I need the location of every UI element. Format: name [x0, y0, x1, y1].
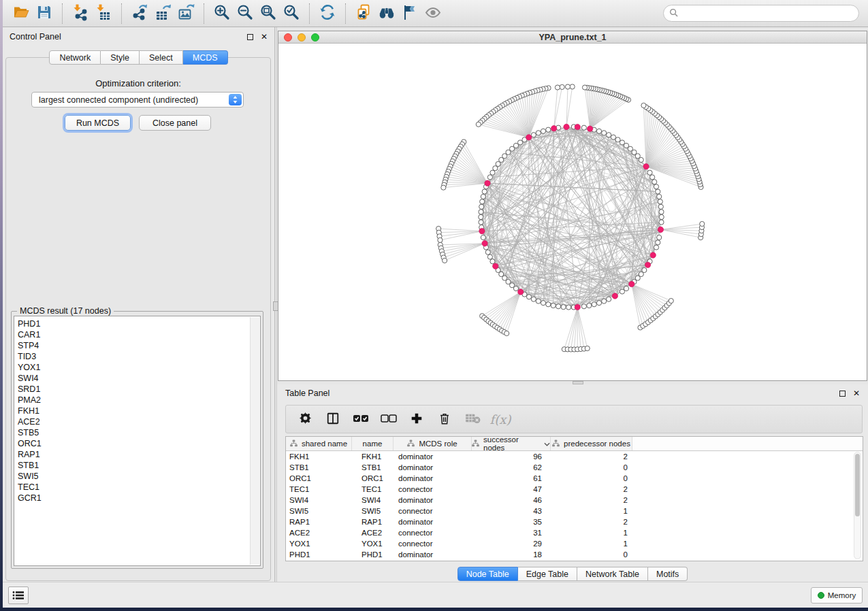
select-stepper-icon	[229, 94, 242, 105]
column-header-name[interactable]: name	[352, 437, 393, 450]
run-mcds-button[interactable]: Run MCDS	[65, 115, 131, 131]
zoom-selected-button[interactable]	[280, 3, 303, 24]
result-node[interactable]: ORC1	[18, 438, 248, 449]
result-node[interactable]: STP4	[18, 340, 248, 351]
cell: 2	[551, 518, 632, 526]
column-label: name	[363, 440, 383, 448]
open-file-button[interactable]	[10, 3, 33, 24]
result-node[interactable]: PHD1	[18, 318, 248, 329]
list-icon	[12, 591, 25, 600]
delete-column-button[interactable]	[436, 411, 453, 427]
result-node[interactable]: CAR1	[18, 329, 248, 340]
export-image-button[interactable]	[174, 3, 197, 24]
export-network-button[interactable]	[128, 3, 151, 24]
tab-edge-table[interactable]: Edge Table	[518, 567, 577, 581]
table-row[interactable]: YOX1YOX1connector291	[286, 538, 863, 549]
column-label: successor nodes	[483, 436, 541, 452]
result-node[interactable]: SWI4	[18, 373, 248, 384]
table-row[interactable]: STB1STB1dominator620	[286, 462, 863, 473]
maximize-window-icon[interactable]	[311, 33, 319, 42]
result-scrollbar[interactable]	[250, 317, 259, 565]
float-panel-icon[interactable]	[839, 391, 846, 397]
result-node[interactable]: RAP1	[18, 449, 248, 460]
main-toolbar	[3, 0, 868, 27]
cell: 0	[551, 463, 632, 472]
column-header-successor-nodes[interactable]: successor nodes	[472, 437, 551, 450]
result-node[interactable]: SRD1	[18, 384, 248, 395]
network-graph[interactable]	[278, 44, 867, 380]
attribute-icon	[472, 440, 479, 448]
table-row[interactable]: RAP1RAP1dominator352	[286, 516, 863, 527]
minimize-window-icon[interactable]	[298, 33, 306, 42]
tab-select[interactable]: Select	[140, 50, 183, 65]
refresh-button[interactable]	[316, 3, 339, 24]
scrollbar-thumb[interactable]	[855, 454, 860, 516]
export-table-button[interactable]	[151, 3, 174, 24]
column-header-shared-name[interactable]: shared name	[286, 437, 352, 450]
network-canvas[interactable]	[278, 44, 867, 380]
search-network-button[interactable]	[375, 3, 398, 24]
select-all-button[interactable]	[353, 411, 369, 427]
column-layout-button[interactable]	[325, 411, 341, 427]
network-titlebar[interactable]: YPA_prune.txt_1	[278, 31, 867, 44]
tab-network[interactable]: Network	[49, 50, 101, 65]
save-session-button[interactable]	[33, 3, 56, 24]
result-node[interactable]: PMA2	[18, 395, 248, 406]
table-row[interactable]: ACE2ACE2connector311	[286, 527, 863, 538]
tab-motifs[interactable]: Motifs	[648, 567, 688, 581]
result-node[interactable]: GCR1	[18, 493, 248, 503]
tab-network-table[interactable]: Network Table	[577, 567, 648, 581]
deselect-all-button[interactable]	[381, 411, 397, 427]
result-node[interactable]: FKH1	[18, 406, 248, 416]
result-node[interactable]: STB1	[18, 460, 248, 471]
status-bar: Memory	[3, 582, 868, 608]
task-history-button[interactable]	[8, 587, 29, 604]
result-node[interactable]: SWI5	[18, 471, 248, 482]
import-network-button[interactable]	[69, 3, 92, 24]
close-window-icon[interactable]	[284, 33, 292, 42]
select-all-icon	[353, 414, 369, 425]
add-column-button[interactable]	[408, 411, 425, 427]
result-node[interactable]: TID3	[18, 351, 248, 362]
tab-node-table[interactable]: Node Table	[457, 567, 518, 581]
result-node[interactable]: TEC1	[18, 482, 248, 493]
node-table[interactable]: shared namenameMCDS rolesuccessor nodesp…	[285, 436, 863, 561]
cell: dominator	[393, 463, 472, 472]
cell: 0	[551, 550, 632, 559]
float-panel-icon[interactable]	[247, 34, 253, 40]
search-box[interactable]	[663, 5, 859, 22]
result-node[interactable]: ACE2	[18, 416, 248, 427]
criterion-select[interactable]: largest connected component (undirected)	[31, 92, 244, 108]
close-panel-icon[interactable]: ✕	[261, 34, 268, 40]
close-panel-icon[interactable]: ✕	[853, 391, 860, 397]
table-scrollbar[interactable]	[854, 452, 861, 559]
import-table-button[interactable]	[92, 3, 115, 24]
zoom-out-button[interactable]	[234, 3, 257, 24]
result-node[interactable]: YOX1	[18, 362, 248, 373]
table-row[interactable]: SWI5SWI5connector431	[286, 506, 863, 516]
zoom-fit-button[interactable]	[257, 3, 280, 24]
cell: 61	[472, 474, 551, 482]
tab-mcds[interactable]: MCDS	[183, 50, 228, 65]
settings-gear-button[interactable]	[297, 411, 313, 427]
cell: 62	[472, 463, 551, 472]
toolbar-separator	[121, 3, 122, 24]
result-node[interactable]: STB5	[18, 427, 248, 438]
column-header-MCDS-role[interactable]: MCDS role	[393, 437, 472, 450]
memory-button[interactable]: Memory	[811, 587, 863, 604]
table-row[interactable]: ORC1ORC1dominator610	[286, 473, 863, 484]
table-row[interactable]: PHD1PHD1dominator180	[286, 549, 863, 560]
mcds-result-list[interactable]: PHD1CAR1STP4TID3YOX1SWI4SRD1PMA2FKH1ACE2…	[14, 316, 261, 566]
table-row[interactable]: SWI4SWI4dominator462	[286, 495, 863, 506]
cell: 2	[551, 485, 632, 493]
column-header-predecessor-nodes[interactable]: predecessor nodes	[551, 437, 632, 450]
show-graphics-details-button[interactable]	[398, 3, 421, 24]
clone-network-button[interactable]	[352, 3, 375, 24]
close-panel-button[interactable]: Close panel	[139, 115, 211, 131]
tab-style[interactable]: Style	[101, 50, 140, 65]
zoom-in-button[interactable]	[210, 3, 234, 24]
table-row[interactable]: TEC1TEC1connector472	[286, 484, 863, 495]
show-hide-graphics-button[interactable]	[421, 3, 445, 24]
table-row[interactable]: FKH1FKH1dominator962	[286, 451, 863, 462]
search-input[interactable]	[681, 9, 853, 18]
